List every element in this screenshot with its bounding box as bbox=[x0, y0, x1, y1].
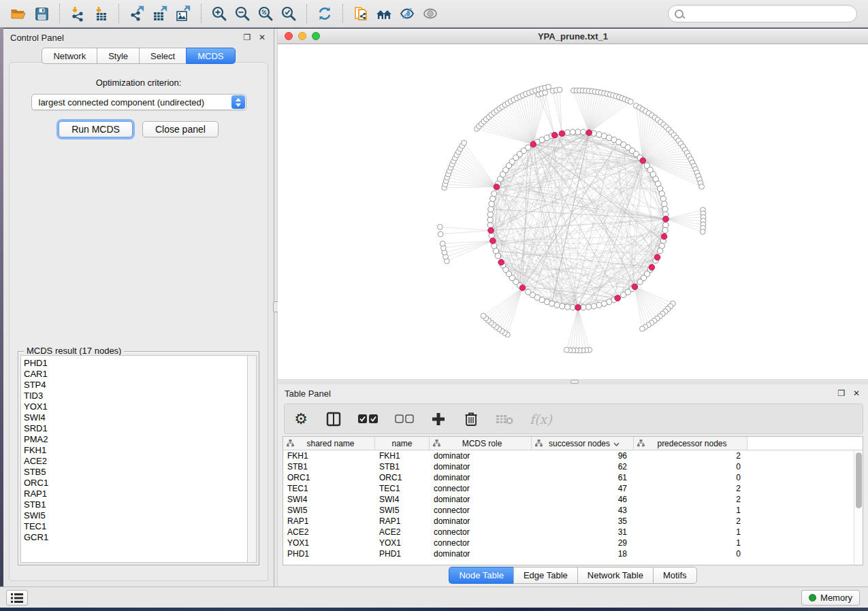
table-row[interactable]: YOX1YOX1connector291 bbox=[283, 538, 863, 548]
mcds-result-item[interactable]: PHD1 bbox=[24, 358, 247, 369]
session-compare-button[interactable] bbox=[372, 3, 396, 24]
network-graph[interactable] bbox=[278, 44, 868, 379]
network-node[interactable] bbox=[526, 289, 531, 295]
mcds-result-item[interactable]: PMA2 bbox=[24, 434, 247, 445]
table-row[interactable]: SWI4SWI4dominator462 bbox=[283, 494, 863, 505]
network-node[interactable] bbox=[621, 292, 626, 297]
network-node[interactable] bbox=[596, 302, 602, 308]
network-node[interactable] bbox=[628, 99, 633, 105]
tab-select[interactable]: Select bbox=[139, 48, 186, 64]
network-node[interactable] bbox=[489, 233, 494, 238]
mcds-result-item[interactable]: TID3 bbox=[24, 391, 247, 401]
mcds-node[interactable] bbox=[632, 284, 638, 290]
table-row[interactable]: PHD1PHD1dominator180 bbox=[283, 548, 863, 559]
network-node[interactable] bbox=[660, 196, 666, 201]
mcds-result-item[interactable]: ORC1 bbox=[24, 478, 247, 489]
network-node[interactable] bbox=[662, 227, 668, 233]
table-row[interactable]: ORC1ORC1dominator610 bbox=[283, 472, 863, 483]
network-node[interactable] bbox=[546, 84, 551, 90]
tab-style[interactable]: Style bbox=[97, 48, 139, 64]
network-node[interactable] bbox=[564, 130, 570, 135]
mcds-result-item[interactable]: YOX1 bbox=[24, 401, 247, 412]
optimization-criterion-select[interactable]: largest connected component (undirected) bbox=[31, 94, 246, 110]
network-node[interactable] bbox=[663, 222, 669, 228]
network-node[interactable] bbox=[570, 305, 575, 310]
close-panel-icon[interactable]: ✕ bbox=[852, 389, 861, 398]
save-session-button[interactable] bbox=[30, 3, 53, 24]
network-node[interactable] bbox=[640, 326, 645, 331]
mcds-node[interactable] bbox=[519, 285, 526, 291]
mcds-result-item[interactable]: SRD1 bbox=[24, 423, 247, 434]
zoom-selected-button[interactable] bbox=[277, 3, 300, 24]
network-node[interactable] bbox=[662, 201, 667, 207]
mcds-node[interactable] bbox=[559, 131, 565, 137]
float-panel-icon[interactable]: ❐ bbox=[837, 389, 846, 398]
task-history-button[interactable] bbox=[6, 590, 28, 606]
network-node[interactable] bbox=[526, 145, 531, 150]
mcds-result-item[interactable]: CAR1 bbox=[24, 369, 247, 380]
network-node[interactable] bbox=[462, 140, 467, 146]
tab-network[interactable]: Network bbox=[42, 48, 97, 64]
network-node[interactable] bbox=[488, 206, 494, 212]
mcds-result-item[interactable]: RAP1 bbox=[24, 489, 247, 499]
network-node[interactable] bbox=[487, 222, 493, 228]
network-node[interactable] bbox=[543, 90, 548, 95]
tab-edge-table[interactable]: Edge Table bbox=[513, 567, 577, 584]
column-header-predecessor-nodes[interactable]: predecessor nodes bbox=[634, 437, 748, 450]
tab-mcds[interactable]: MCDS bbox=[186, 48, 235, 64]
float-panel-icon[interactable]: ❐ bbox=[242, 33, 252, 42]
mcds-node[interactable] bbox=[494, 184, 500, 190]
export-table-button[interactable] bbox=[148, 3, 172, 24]
mcds-node[interactable] bbox=[663, 216, 669, 222]
mcds-node[interactable] bbox=[586, 130, 592, 136]
mcds-node[interactable] bbox=[640, 158, 646, 164]
mcds-node[interactable] bbox=[654, 254, 660, 261]
splitter-grip[interactable] bbox=[570, 380, 579, 384]
table-row[interactable]: SWI5SWI5connector431 bbox=[283, 505, 863, 516]
table-row[interactable]: STB1STB1dominator620 bbox=[283, 461, 863, 472]
import-network-button[interactable] bbox=[66, 3, 89, 24]
mcds-node[interactable] bbox=[488, 227, 494, 233]
network-node[interactable] bbox=[581, 305, 586, 310]
network-node[interactable] bbox=[575, 129, 581, 135]
network-node[interactable] bbox=[487, 217, 493, 222]
table-row[interactable]: FKH1FKH1dominator962 bbox=[283, 450, 863, 461]
mcds-result-item[interactable]: SWI4 bbox=[24, 412, 247, 423]
close-panel-icon[interactable]: ✕ bbox=[257, 33, 267, 42]
scrollbar-thumb[interactable] bbox=[856, 452, 862, 508]
mcds-node[interactable] bbox=[661, 233, 667, 240]
mcds-list-scrollbar[interactable] bbox=[248, 355, 257, 563]
column-header-successor-nodes[interactable]: successor nodes bbox=[532, 437, 634, 450]
network-node[interactable] bbox=[585, 304, 591, 310]
network-node[interactable] bbox=[489, 201, 494, 207]
open-file-button[interactable] bbox=[7, 3, 30, 24]
mcds-node[interactable] bbox=[575, 305, 581, 311]
node-table[interactable]: shared namenameMCDS rolesuccessor nodesp… bbox=[283, 436, 863, 565]
network-node[interactable] bbox=[487, 212, 493, 217]
import-table-button[interactable] bbox=[89, 3, 112, 24]
memory-button[interactable]: Memory bbox=[801, 590, 860, 606]
network-canvas[interactable] bbox=[278, 44, 868, 379]
refresh-layout-button[interactable] bbox=[313, 3, 336, 24]
add-column-button[interactable] bbox=[430, 409, 447, 429]
network-node[interactable] bbox=[564, 347, 569, 352]
mcds-result-list[interactable]: PHD1CAR1STP4TID3YOX1SWI4SRD1PMA2FKH1ACE2… bbox=[20, 355, 248, 563]
mcds-node[interactable] bbox=[551, 132, 558, 138]
split-view-button[interactable] bbox=[325, 409, 342, 429]
mcds-result-item[interactable]: STB5 bbox=[24, 467, 247, 478]
tab-network-table[interactable]: Network Table bbox=[577, 567, 653, 584]
network-node[interactable] bbox=[481, 313, 486, 318]
network-node[interactable] bbox=[657, 248, 662, 254]
export-image-button[interactable] bbox=[172, 3, 195, 24]
column-header-name[interactable]: name bbox=[375, 437, 430, 450]
mcds-result-item[interactable]: STB1 bbox=[24, 499, 247, 510]
column-settings-button[interactable]: ⚙ bbox=[293, 409, 309, 429]
table-row[interactable]: TEC1TEC1connector472 bbox=[283, 483, 863, 494]
table-scrollbar[interactable] bbox=[854, 450, 863, 565]
tab-node-table[interactable]: Node Table bbox=[449, 567, 513, 584]
select-all-button[interactable] bbox=[358, 409, 379, 429]
column-header-shared-name[interactable]: shared name bbox=[283, 437, 375, 450]
mcds-node[interactable] bbox=[530, 142, 536, 148]
network-node[interactable] bbox=[564, 304, 570, 310]
table-row[interactable]: ACE2ACE2connector311 bbox=[283, 527, 863, 538]
